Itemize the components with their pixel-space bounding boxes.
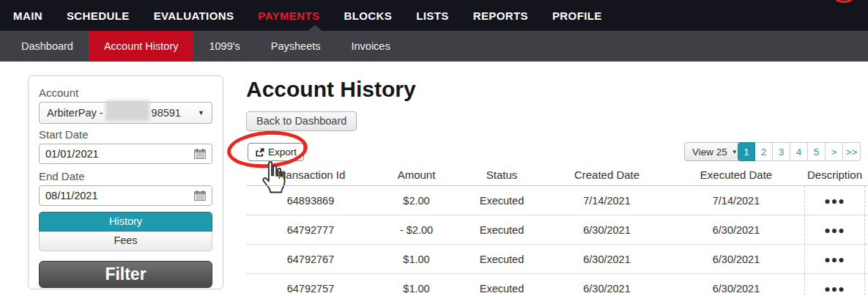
cell-created-date: 6/30/2021 bbox=[546, 224, 668, 236]
table-row: 64792777 - $2.00 Executed 6/30/2021 6/30… bbox=[246, 215, 868, 245]
account-select[interactable]: ArbiterPay - 98591 ▼ bbox=[39, 102, 212, 124]
last-page-button[interactable]: >> bbox=[843, 142, 861, 161]
row-actions-icon[interactable]: ●●● bbox=[824, 283, 845, 295]
table-row: 64893869 $2.00 Executed 7/14/2021 7/14/2… bbox=[246, 186, 868, 215]
nav-item-evaluations[interactable]: EVALUATIONS bbox=[154, 10, 234, 22]
view-page-size-selector[interactable]: View 25 ▼ bbox=[684, 142, 746, 161]
app-window: MAIN SCHEDULE EVALUATIONS PAYMENTS BLOCK… bbox=[0, 0, 868, 296]
chevron-down-icon: ▼ bbox=[732, 149, 738, 155]
nav-item-lists[interactable]: LISTS bbox=[416, 10, 449, 22]
table-header-row: Transaction Id Amount Status Created Dat… bbox=[246, 169, 868, 186]
row-actions-icon[interactable]: ●●● bbox=[824, 254, 845, 265]
cell-description: ●●● bbox=[804, 186, 865, 215]
cell-transaction-id: 64792777 bbox=[246, 224, 375, 236]
start-date-input[interactable]: 01/01/2021 bbox=[39, 144, 212, 164]
subnav-item-paysheets[interactable]: Paysheets bbox=[256, 31, 336, 62]
cell-status: Executed bbox=[458, 283, 546, 295]
start-date-value: 01/01/2021 bbox=[45, 148, 99, 160]
col-header-executed-date: Executed Date bbox=[668, 169, 804, 181]
cell-created-date: 6/30/2021 bbox=[546, 283, 668, 295]
nav-item-schedule[interactable]: SCHEDULE bbox=[67, 10, 130, 22]
calendar-icon[interactable] bbox=[194, 149, 206, 159]
table-row: 64792757 $1.00 Executed 6/30/2021 6/30/2… bbox=[246, 274, 868, 296]
row-actions-icon[interactable]: ●●● bbox=[824, 195, 845, 207]
col-header-amount: Amount bbox=[375, 169, 458, 181]
cell-transaction-id: 64893869 bbox=[246, 195, 375, 207]
cell-amount: $2.00 bbox=[375, 195, 458, 207]
chevron-down-icon: ▼ bbox=[198, 109, 204, 116]
end-date-label: End Date bbox=[39, 170, 212, 182]
page-button-1[interactable]: 1 bbox=[738, 142, 755, 161]
subnav-item-dashboard[interactable]: Dashboard bbox=[6, 31, 89, 62]
page-button-3[interactable]: 3 bbox=[773, 142, 790, 161]
page-button-4[interactable]: 4 bbox=[790, 142, 808, 161]
history-toggle-button[interactable]: History bbox=[39, 212, 212, 232]
cell-transaction-id: 64792767 bbox=[246, 254, 375, 265]
fees-toggle-button[interactable]: Fees bbox=[39, 232, 212, 251]
cell-created-date: 6/30/2021 bbox=[546, 254, 668, 265]
cell-description: ●●● bbox=[804, 215, 865, 244]
col-header-description: Description bbox=[804, 169, 865, 181]
account-label: Account bbox=[39, 86, 212, 99]
cell-description: ●●● bbox=[804, 274, 865, 296]
cell-executed-date: 6/30/2021 bbox=[668, 224, 804, 236]
nav-item-main[interactable]: MAIN bbox=[13, 10, 42, 22]
redaction-blur bbox=[105, 100, 149, 121]
end-date-value: 08/11/2021 bbox=[45, 190, 98, 201]
cell-status: Executed bbox=[458, 254, 546, 265]
table-row: 64792767 $1.00 Executed 6/30/2021 6/30/2… bbox=[246, 245, 868, 274]
cell-executed-date: 6/30/2021 bbox=[668, 254, 804, 265]
subnav-pointer-notch bbox=[307, 25, 323, 32]
export-button[interactable]: Export bbox=[248, 143, 304, 161]
subnav-item-invoices[interactable]: Invoices bbox=[335, 31, 405, 62]
start-date-label: Start Date bbox=[39, 128, 212, 141]
page-button-2[interactable]: 2 bbox=[755, 142, 773, 161]
col-header-transaction-id: Transaction Id bbox=[246, 169, 375, 181]
cell-executed-date: 7/14/2021 bbox=[668, 195, 804, 207]
account-select-prefix: ArbiterPay - bbox=[47, 107, 103, 119]
back-to-dashboard-button[interactable]: Back to Dashboard bbox=[246, 111, 357, 131]
account-select-suffix: 98591 bbox=[152, 107, 181, 119]
subnav-item-1099s[interactable]: 1099's bbox=[193, 31, 255, 62]
export-icon bbox=[255, 148, 264, 157]
cell-amount: - $2.00 bbox=[375, 224, 458, 236]
cell-status: Executed bbox=[458, 224, 546, 236]
subnav-item-account-history[interactable]: Account History bbox=[89, 31, 194, 62]
main-navbar: MAIN SCHEDULE EVALUATIONS PAYMENTS BLOCK… bbox=[0, 0, 868, 31]
cell-amount: $1.00 bbox=[375, 254, 458, 265]
col-header-status: Status bbox=[458, 169, 546, 181]
nav-item-payments[interactable]: PAYMENTS bbox=[258, 10, 319, 22]
cell-transaction-id: 64792757 bbox=[246, 283, 375, 295]
cell-created-date: 7/14/2021 bbox=[546, 195, 668, 207]
nav-item-profile[interactable]: PROFILE bbox=[552, 10, 602, 22]
nav-item-reports[interactable]: REPORTS bbox=[473, 10, 528, 22]
page-button-5[interactable]: 5 bbox=[808, 142, 826, 161]
cell-status: Executed bbox=[458, 195, 546, 207]
filter-button[interactable]: Filter bbox=[39, 261, 212, 288]
transactions-table: Transaction Id Amount Status Created Dat… bbox=[246, 169, 868, 296]
cell-description: ●●● bbox=[804, 245, 865, 273]
cell-executed-date: 6/30/2021 bbox=[668, 283, 804, 295]
view-selector-label: View 25 bbox=[692, 147, 727, 158]
payments-subnav: Dashboard Account History 1099's Payshee… bbox=[0, 31, 868, 62]
cell-amount: $1.00 bbox=[375, 283, 458, 295]
nav-item-blocks[interactable]: BLOCKS bbox=[344, 10, 392, 22]
end-date-input[interactable]: 08/11/2021 bbox=[39, 185, 212, 206]
export-button-label: Export bbox=[268, 147, 297, 158]
pagination: 1 2 3 4 5 > >> bbox=[738, 142, 861, 161]
next-page-button[interactable]: > bbox=[826, 142, 843, 161]
col-header-created-date: Created Date bbox=[546, 169, 668, 181]
page-title: Account History bbox=[246, 77, 416, 102]
filter-panel: Account ArbiterPay - 98591 ▼ Start Date … bbox=[28, 75, 223, 289]
row-actions-icon[interactable]: ●●● bbox=[824, 224, 845, 236]
calendar-icon[interactable] bbox=[194, 190, 206, 201]
